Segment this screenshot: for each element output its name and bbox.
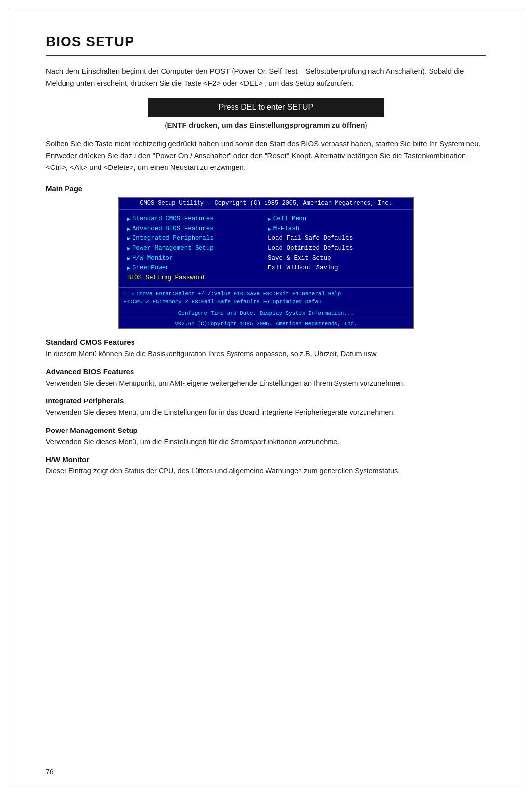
bios-arrow-integrated: ▶ — [127, 235, 131, 242]
bios-item-advanced-bios[interactable]: ▶ Advanced BIOS Features — [127, 224, 264, 233]
page-number: 76 — [46, 768, 54, 776]
bios-arrow-cell: ▶ — [268, 216, 271, 222]
page-title: BIOS SETUP — [46, 34, 486, 50]
section-hw-monitor-text: Dieser Eintrag zeigt den Status der CPU,… — [46, 466, 486, 476]
section-advanced-bios: Advanced BIOS Features Verwenden Sie die… — [46, 367, 486, 389]
bios-item-standard-cmos[interactable]: ▶ Standard CMOS Features — [127, 214, 264, 224]
bios-arrow-power: ▶ — [127, 245, 131, 252]
section-standard-cmos: Standard CMOS Features In diesem Menü kö… — [46, 338, 486, 359]
page-container: BIOS SETUP Nach dem Einschalten beginnt … — [10, 10, 522, 788]
bios-label-optimized: Load Optimized Defaults — [268, 245, 353, 252]
bios-arrow-hw: ▶ — [127, 255, 131, 262]
bios-label-password: BIOS Setting Password — [127, 274, 205, 281]
section-advanced-bios-text: Verwenden Sie diesen Menüpunkt, um AMI- … — [46, 378, 486, 389]
bios-footer-line1: ↑↓→←:Move Enter:Select +/-/:Value F10:Sa… — [123, 290, 409, 298]
section-power-management-text: Verwenden Sie dieses Menü, um die Einste… — [46, 436, 486, 447]
bios-item-failsafe[interactable]: Load Fail-Safe Defaults — [268, 233, 405, 243]
main-page-heading: Main Page — [46, 184, 486, 193]
bios-label-standard: Standard CMOS Features — [133, 215, 214, 222]
section-integrated-title: Integrated Peripherals — [46, 397, 486, 405]
bios-item-optimized[interactable]: Load Optimized Defaults — [268, 243, 405, 253]
bios-right-col: ▶ Cell Menu ▶ M-Flash Load Fail-Safe Def… — [266, 214, 407, 283]
section-standard-cmos-title: Standard CMOS Features — [46, 338, 486, 346]
bios-item-save-exit[interactable]: Save & Exit Setup — [268, 253, 405, 263]
press-del-box: Press DEL to enter SETUP — [148, 98, 384, 117]
intro-paragraph2: Sollten Sie die Taste nicht rechtzeitig … — [46, 138, 486, 173]
bios-item-exit-nosave[interactable]: Exit Without Saving — [268, 263, 405, 273]
bios-label-exit-nosave: Exit Without Saving — [268, 265, 338, 271]
title-divider — [46, 55, 486, 56]
bios-arrow-green: ▶ — [127, 265, 131, 271]
section-hw-monitor-title: H/W Monitor — [46, 455, 486, 464]
bios-menu-area: ▶ Standard CMOS Features ▶ Advanced BIOS… — [119, 210, 413, 287]
bios-footer-line2: F4:CPU-Z F5:Memory-Z F8:Fail-Safe Defaul… — [123, 298, 409, 306]
bios-left-col: ▶ Standard CMOS Features ▶ Advanced BIOS… — [125, 214, 266, 283]
bios-label-power: Power Management Setup — [133, 245, 214, 252]
section-standard-cmos-text: In diesem Menü können Sie die Basiskonfi… — [46, 348, 486, 359]
bios-label-advanced: Advanced BIOS Features — [133, 225, 214, 232]
bios-version: v02.61 (C)Copyright 1985-2006, American … — [119, 319, 413, 328]
bios-arrow-standard: ▶ — [127, 216, 131, 222]
bios-item-hwmonitor[interactable]: ▶ H/W Monitor — [127, 253, 264, 263]
section-power-management-title: Power Management Setup — [46, 426, 486, 434]
bios-item-cell-menu[interactable]: ▶ Cell Menu — [268, 214, 405, 224]
section-integrated-text: Verwenden Sie dieses Menü, um die Einste… — [46, 407, 486, 418]
bios-label-hw: H/W Monitor — [133, 255, 173, 262]
entf-text: (ENTF drücken, um das Einstellungsprogra… — [46, 121, 486, 129]
bios-footer: ↑↓→←:Move Enter:Select +/-/:Value F10:Sa… — [119, 287, 413, 308]
bios-label-green: GreenPower — [133, 265, 169, 271]
section-hw-monitor: H/W Monitor Dieser Eintrag zeigt den Sta… — [46, 455, 486, 476]
bios-label-integrated: Integrated Peripherals — [133, 235, 214, 242]
section-integrated: Integrated Peripherals Verwenden Sie die… — [46, 397, 486, 418]
bios-title-bar: CMOS Setup Utility - Copyright (C) 1985-… — [119, 198, 413, 210]
section-power-management: Power Management Setup Verwenden Sie die… — [46, 426, 486, 447]
bios-label-mflash: M-Flash — [273, 225, 299, 232]
section-advanced-bios-title: Advanced BIOS Features — [46, 367, 486, 376]
bios-item-password[interactable]: BIOS Setting Password — [127, 273, 264, 283]
bios-status-bar: Configure Time and Date. Display System … — [119, 308, 413, 319]
bios-item-mflash[interactable]: ▶ M-Flash — [268, 224, 405, 233]
intro-paragraph1: Nach dem Einschalten beginnt der Compute… — [46, 66, 486, 89]
bios-arrow-mflash: ▶ — [268, 226, 271, 232]
bios-item-power[interactable]: ▶ Power Management Setup — [127, 243, 264, 253]
bios-label-cell: Cell Menu — [273, 215, 307, 222]
bios-screen: CMOS Setup Utility - Copyright (C) 1985-… — [118, 197, 414, 329]
bios-label-failsafe: Load Fail-Safe Defaults — [268, 235, 353, 242]
bios-item-integrated[interactable]: ▶ Integrated Peripherals — [127, 233, 264, 243]
bios-item-greenpower[interactable]: ▶ GreenPower — [127, 263, 264, 273]
bios-label-save-exit: Save & Exit Setup — [268, 255, 331, 262]
bios-arrow-advanced: ▶ — [127, 226, 131, 232]
